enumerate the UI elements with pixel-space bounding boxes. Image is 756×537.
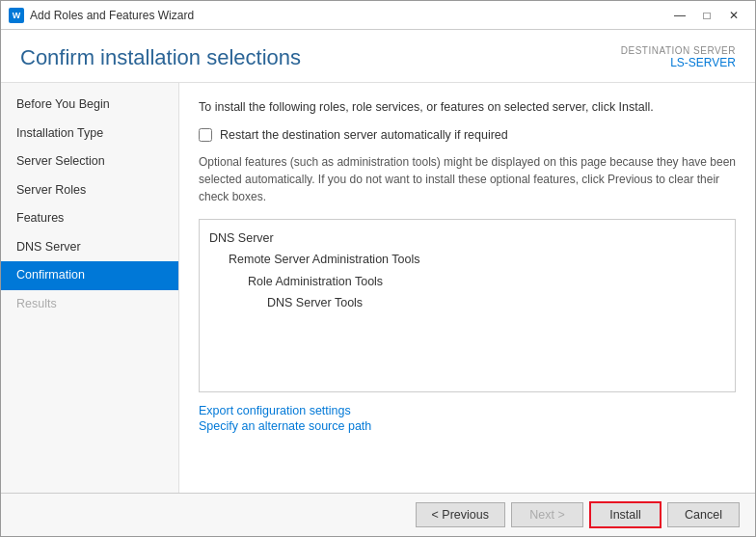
sidebar: Before You Begin Installation Type Serve… [1, 83, 179, 493]
sidebar-item-confirmation[interactable]: Confirmation [1, 261, 178, 290]
maximize-button[interactable]: □ [693, 6, 720, 25]
export-config-link[interactable]: Export configuration settings [199, 404, 736, 417]
page-title: Confirm installation selections [20, 45, 301, 70]
feature-item-rsat: Remote Server Administration Tools [229, 249, 725, 271]
features-list-box: DNS Server Remote Server Administration … [199, 219, 736, 392]
title-bar: W Add Roles and Features Wizard — □ ✕ [1, 1, 755, 30]
sidebar-item-installation-type[interactable]: Installation Type [1, 120, 178, 148]
sidebar-item-server-selection[interactable]: Server Selection [1, 148, 178, 176]
links-section: Export configuration settings Specify an… [199, 404, 736, 433]
destination-server-info: DESTINATION SERVER LS-SERVER [621, 45, 736, 69]
restart-checkbox-label[interactable]: Restart the destination server automatic… [220, 128, 508, 142]
title-bar-controls: — □ ✕ [666, 6, 747, 25]
title-bar-left: W Add Roles and Features Wizard [9, 8, 194, 23]
main-description: To install the following roles, role ser… [199, 98, 736, 117]
content-area: Before You Begin Installation Type Serve… [1, 83, 755, 493]
feature-item-role-admin-tools: Role Administration Tools [248, 271, 725, 293]
restart-checkbox-row: Restart the destination server automatic… [199, 128, 736, 142]
next-button[interactable]: Next > [511, 502, 583, 527]
sidebar-item-before-you-begin[interactable]: Before You Begin [1, 91, 178, 120]
main-content: To install the following roles, role ser… [179, 83, 755, 493]
install-button[interactable]: Install [589, 501, 662, 528]
sidebar-item-features[interactable]: Features [1, 204, 178, 233]
app-icon: W [9, 8, 24, 23]
restart-checkbox[interactable] [199, 128, 212, 142]
sidebar-item-results: Results [1, 290, 178, 319]
feature-item-dns-server: DNS Server [209, 228, 725, 250]
main-window: W Add Roles and Features Wizard — □ ✕ Co… [0, 0, 756, 537]
optional-note: Optional features (such as administratio… [199, 153, 736, 205]
close-button[interactable]: ✕ [720, 6, 747, 25]
header-section: Confirm installation selections DESTINAT… [1, 30, 755, 83]
feature-item-dns-server-tools: DNS Server Tools [267, 292, 725, 314]
title-bar-title: Add Roles and Features Wizard [30, 9, 194, 22]
cancel-button[interactable]: Cancel [667, 502, 740, 527]
footer: < Previous Next > Install Cancel [1, 493, 755, 536]
sidebar-item-dns-server[interactable]: DNS Server [1, 233, 178, 262]
minimize-button[interactable]: — [666, 6, 693, 25]
sidebar-item-server-roles[interactable]: Server Roles [1, 176, 178, 205]
server-name: LS-SERVER [621, 56, 736, 69]
destination-label: DESTINATION SERVER [621, 45, 736, 56]
previous-button[interactable]: < Previous [416, 502, 505, 527]
alternate-source-link[interactable]: Specify an alternate source path [199, 419, 736, 433]
